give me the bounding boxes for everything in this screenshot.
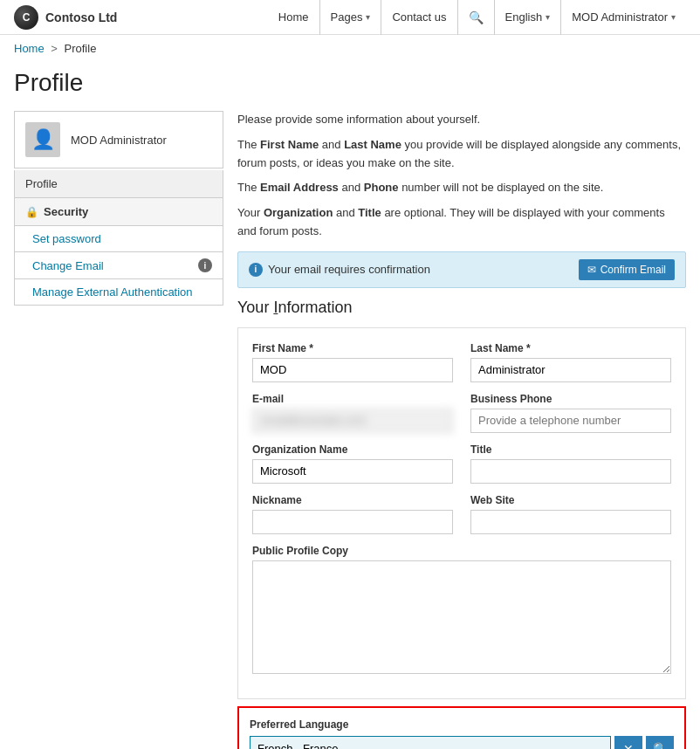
first-name-input[interactable]: [252, 358, 453, 382]
form-group-public-profile: Public Profile Copy: [252, 545, 671, 674]
last-name-input[interactable]: [470, 358, 671, 382]
form-group-org-name: Organization Name: [252, 443, 453, 484]
title-label: Title: [470, 443, 671, 456]
bold-title: Title: [358, 206, 381, 219]
form-container: First Name * Last Name * E-mail Business…: [237, 327, 686, 699]
brand-logo: C: [14, 5, 38, 30]
page-title: Profile: [0, 62, 700, 111]
website-label: Web Site: [470, 494, 671, 506]
chevron-down-icon: ▾: [366, 0, 370, 35]
website-input[interactable]: [470, 510, 671, 534]
confirm-email-button[interactable]: ✉ Confirm Email: [579, 259, 675, 280]
nav-language[interactable]: English ▾: [495, 0, 562, 35]
form-group-business-phone: Business Phone: [470, 393, 671, 433]
your-information-title: Your Information: [237, 299, 686, 317]
org-name-label: Organization Name: [252, 443, 453, 456]
form-group-first-name: First Name *: [252, 342, 453, 382]
bold-phone: Phone: [364, 181, 399, 194]
envelope-icon: ✉: [587, 264, 596, 276]
preferred-language-label: Preferred Language: [250, 718, 674, 731]
info-line3: The Email Address and Phone number will …: [237, 179, 686, 197]
sidebar-item-set-password[interactable]: Set password: [14, 226, 223, 252]
public-profile-textarea[interactable]: [252, 560, 671, 674]
business-phone-label: Business Phone: [470, 393, 671, 405]
bold-org: Organization: [264, 206, 333, 219]
form-group-title: Title: [470, 443, 671, 484]
title-input[interactable]: [470, 459, 671, 484]
preferred-language-input-row: ✕ 🔍: [250, 736, 674, 749]
nav-pages[interactable]: Pages ▾: [320, 0, 382, 35]
breadcrumb-separator: >: [51, 42, 58, 55]
public-profile-label: Public Profile Copy: [252, 545, 671, 557]
top-navigation: C Contoso Ltd Home Pages ▾ Contact us 🔍 …: [0, 0, 700, 35]
nav-links: Home Pages ▾ Contact us 🔍 English ▾ MOD …: [268, 0, 686, 35]
sidebar-item-profile[interactable]: Profile: [14, 170, 223, 198]
preferred-language-clear-button[interactable]: ✕: [614, 736, 642, 749]
sidebar-item-change-email[interactable]: Change Email i: [14, 252, 223, 279]
sidebar-item-manage-ext-auth[interactable]: Manage External Authentication: [14, 279, 223, 306]
breadcrumb-current: Profile: [65, 42, 97, 55]
preferred-language-search-button[interactable]: 🔍: [646, 736, 674, 749]
business-phone-input[interactable]: [470, 409, 671, 433]
form-group-website: Web Site: [470, 494, 671, 534]
org-name-input[interactable]: [252, 459, 453, 484]
email-input[interactable]: [252, 409, 453, 433]
info-circle-icon: i: [249, 263, 263, 277]
main-content: Please provide some information about yo…: [237, 111, 686, 749]
lock-icon: 🔒: [25, 206, 38, 218]
info-circle-icon: i: [198, 258, 212, 272]
form-row-org-title: Organization Name Title: [252, 443, 671, 484]
nav-home[interactable]: Home: [268, 0, 320, 35]
sidebar: 👤 MOD Administrator Profile 🔒 Security S…: [14, 111, 223, 749]
chevron-down-icon: ▾: [546, 0, 550, 35]
nav-contact[interactable]: Contact us: [381, 0, 457, 35]
brand: C Contoso Ltd: [14, 5, 117, 30]
banner-text: Your email requires confirmation: [268, 263, 430, 276]
bold-email: Email Address: [260, 181, 339, 194]
chevron-down-icon: ▾: [671, 0, 676, 35]
form-group-last-name: Last Name *: [470, 342, 671, 382]
breadcrumb-home[interactable]: Home: [14, 42, 45, 55]
banner-text-area: i Your email requires confirmation: [249, 263, 430, 277]
form-group-email: E-mail: [252, 393, 453, 433]
brand-name: Contoso Ltd: [45, 10, 117, 24]
nav-search-icon[interactable]: 🔍: [458, 0, 495, 35]
user-icon: 👤: [31, 128, 55, 151]
info-line2: The First Name and Last Name you provide…: [237, 136, 686, 173]
bold-first-name: First Name: [260, 138, 319, 151]
last-name-label: Last Name *: [470, 342, 671, 354]
first-name-label: First Name *: [252, 342, 453, 354]
breadcrumb: Home > Profile: [0, 35, 700, 62]
bold-last-name: Last Name: [344, 138, 401, 151]
nickname-label: Nickname: [252, 494, 453, 506]
preferred-language-input[interactable]: [250, 736, 611, 749]
sidebar-security-header: 🔒 Security: [14, 198, 223, 226]
nav-user[interactable]: MOD Administrator ▾: [561, 0, 686, 35]
form-group-nickname: Nickname: [252, 494, 453, 534]
main-layout: 👤 MOD Administrator Profile 🔒 Security S…: [0, 111, 700, 749]
form-row-nickname-website: Nickname Web Site: [252, 494, 671, 534]
email-label: E-mail: [252, 393, 453, 405]
info-line4: Your Organization and Title are optional…: [237, 204, 686, 241]
form-row-email-phone: E-mail Business Phone: [252, 393, 671, 433]
sidebar-username: MOD Administrator: [71, 134, 167, 147]
form-row-public-profile: Public Profile Copy: [252, 545, 671, 674]
sidebar-user-card: 👤 MOD Administrator: [14, 111, 223, 168]
preferred-language-section: Preferred Language ✕ 🔍: [237, 706, 686, 749]
nickname-input[interactable]: [252, 510, 453, 534]
info-line1: Please provide some information about yo…: [237, 111, 686, 129]
email-confirmation-banner: i Your email requires confirmation ✉ Con…: [237, 251, 686, 288]
avatar: 👤: [25, 122, 60, 157]
form-row-name: First Name * Last Name *: [252, 342, 671, 382]
